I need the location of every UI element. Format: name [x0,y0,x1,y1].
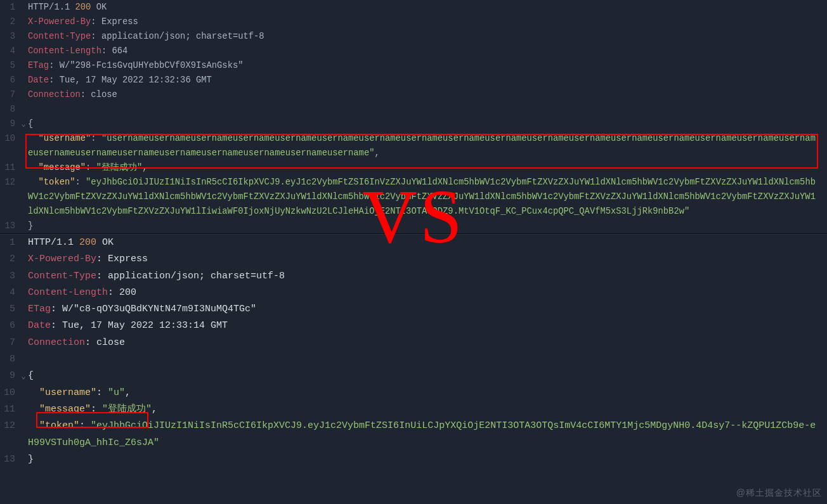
fold-toggle-icon [19,385,28,402]
line-number: 8 [0,351,19,368]
code-line: 3Content-Type: application/json; charset… [0,268,827,285]
code-content: Connection: close [28,87,827,102]
line-number: 10 [0,385,19,401]
line-number: 2 [0,251,19,268]
code-content: ETag: W/"c8-qOY3uQBdKYNtN47m9I3NuMQ4TGc" [28,301,827,318]
line-number: 7 [0,335,19,351]
fold-toggle-icon [19,44,28,59]
code-content: { [28,117,827,131]
line-number: 13 [0,219,19,233]
line-number: 5 [0,301,19,318]
code-line: 7Connection: close [0,335,827,351]
code-line: 7Connection: close [0,87,827,102]
line-number: 6 [0,73,19,87]
code-line: 10 "username": "u", [0,385,827,401]
code-content [28,102,827,117]
line-number: 8 [0,102,19,117]
fold-toggle-icon [19,132,28,161]
code-line: 11 "message": "登陆成功", [0,160,827,175]
code-line: 11 "message": "登陆成功", [0,401,827,418]
code-content [28,351,827,368]
code-content: "message": "登陆成功", [28,401,827,418]
code-content: { [28,368,827,384]
code-line: 9⌄{ [0,368,827,384]
line-number: 11 [0,160,19,175]
fold-toggle-icon [19,235,28,252]
code-line: 9⌄{ [0,117,827,131]
code-content: Content-Length: 200 [28,285,827,301]
code-content: "token": "eyJhbGciOiJIUzI1NiIsInR5cCI6Ik… [28,418,827,451]
code-content: Date: Tue, 17 May 2022 12:32:36 GMT [28,73,827,87]
fold-toggle-icon [19,161,28,176]
line-number: 10 [0,131,19,160]
code-line: 10 "username": "usernameusernameusername… [0,131,827,160]
line-number: 7 [0,87,19,102]
code-line: 5ETag: W/"298-Fc1sGvqUHYebbCVf0X9IsAnGsk… [0,58,827,73]
fold-toggle-icon [19,252,28,268]
code-line: 13} [0,219,827,233]
line-number: 4 [0,285,19,301]
response-bottom: 1HTTP/1.1 200 OK2X-Powered-By: Express3C… [0,235,827,468]
line-number: 2 [0,15,19,29]
fold-toggle-icon [19,335,28,352]
code-content: "message": "登陆成功", [28,160,827,175]
fold-toggle-icon [19,88,28,103]
code-line: 5ETag: W/"c8-qOY3uQBdKYNtN47m9I3NuMQ4TGc… [0,301,827,318]
fold-toggle-icon [19,269,28,285]
fold-toggle-icon [19,418,28,452]
fold-toggle-icon [19,74,28,88]
fold-toggle-icon[interactable]: ⌄ [19,117,28,132]
code-content: HTTP/1.1 200 OK [28,235,827,251]
code-content: Content-Length: 664 [28,44,827,58]
line-number: 1 [0,0,19,15]
fold-toggle-icon [19,452,28,468]
code-line: 4Content-Length: 200 [0,285,827,301]
response-top: 1HTTP/1.1 200 OK2X-Powered-By: Express3C… [0,0,827,233]
line-number: 12 [0,175,19,219]
code-line: 13} [0,451,827,468]
fold-toggle-icon [19,1,28,15]
fold-toggle-icon[interactable]: ⌄ [19,368,28,385]
fold-toggle-icon [19,219,28,234]
code-line: 6Date: Tue, 17 May 2022 12:33:14 GMT [0,318,827,334]
code-line: 2X-Powered-By: Express [0,251,827,268]
line-number: 9 [0,117,19,131]
fold-toggle-icon [19,352,28,368]
code-content: "token": "eyJhbGciOiJIUzI1NiIsInR5cCI6Ik… [28,175,827,219]
fold-toggle-icon [19,285,28,302]
code-line: 6Date: Tue, 17 May 2022 12:32:36 GMT [0,73,827,87]
line-number: 4 [0,44,19,58]
code-content: "username": "usernameusernameusernameuse… [28,131,827,160]
code-content: Date: Tue, 17 May 2022 12:33:14 GMT [28,318,827,334]
code-content: HTTP/1.1 200 OK [28,0,827,15]
fold-toggle-icon [19,176,28,219]
line-number: 3 [0,29,19,44]
line-number: 3 [0,268,19,285]
watermark-text: @稀土掘金技术社区 [736,486,822,500]
fold-toggle-icon [19,103,28,117]
line-number: 6 [0,318,19,334]
code-line: 12 "token": "eyJhbGciOiJIUzI1NiIsInR5cCI… [0,418,827,451]
line-number: 12 [0,418,19,451]
fold-toggle-icon [19,318,28,335]
code-line: 8 [0,351,827,368]
code-line: 1HTTP/1.1 200 OK [0,0,827,15]
code-content: ETag: W/"298-Fc1sGvqUHYebbCVf0X9IsAnGsks… [28,58,827,73]
fold-toggle-icon [19,15,28,30]
code-line: 1HTTP/1.1 200 OK [0,235,827,251]
fold-toggle-icon [19,30,28,44]
code-content: X-Powered-By: Express [28,251,827,268]
code-line: 4Content-Length: 664 [0,44,827,58]
code-content: Content-Type: application/json; charset=… [28,29,827,44]
code-content: } [28,219,827,233]
code-line: 12 "token": "eyJhbGciOiJIUzI1NiIsInR5cCI… [0,175,827,219]
code-content: } [28,451,827,468]
line-number: 9 [0,368,19,384]
code-content: Connection: close [28,335,827,351]
code-content: Content-Type: application/json; charset=… [28,268,827,285]
fold-toggle-icon [19,302,28,318]
line-number: 11 [0,401,19,418]
line-number: 5 [0,58,19,73]
fold-toggle-icon [19,402,28,418]
code-line: 8 [0,102,827,117]
